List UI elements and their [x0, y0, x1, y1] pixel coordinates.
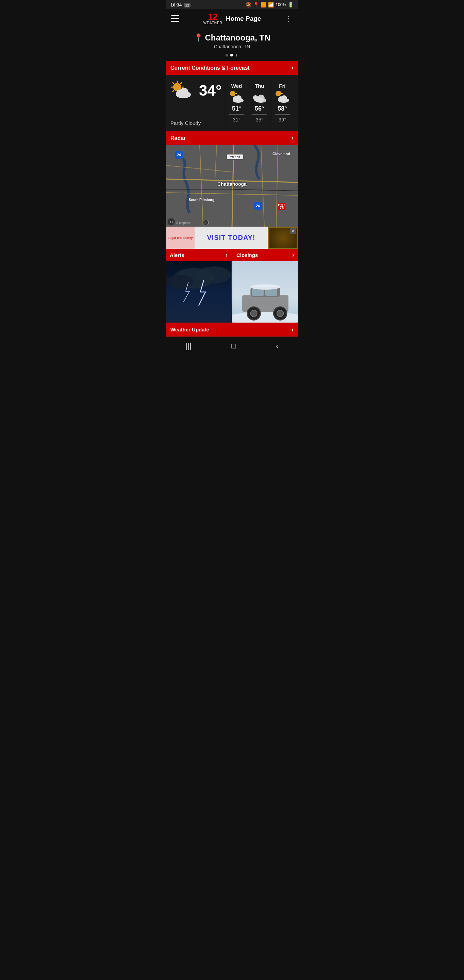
ad-middle-text: VISIT TODAY! — [195, 234, 268, 242]
forecast-day-wed: Wed 51° 31° — [225, 80, 248, 126]
svg-point-62 — [197, 266, 231, 283]
nav-page-title: Home Page — [226, 15, 261, 22]
temp-high-2: 58° — [278, 105, 287, 112]
logo-number: 12 — [208, 12, 218, 21]
svg-line-26 — [281, 91, 281, 91]
location-dots: + — [169, 52, 295, 58]
location-city: Chattanooga, TN — [205, 33, 270, 43]
svg-point-73 — [277, 310, 283, 317]
svg-text:24: 24 — [177, 153, 181, 157]
battery-icon: 🔋 — [288, 2, 294, 8]
svg-line-7 — [173, 91, 174, 92]
day-label-2: Fri — [279, 83, 285, 89]
temp-low-0: 31° — [233, 117, 240, 123]
forecast-day-fri: Fri 58° 39° — [271, 80, 294, 126]
alerts-image[interactable] — [166, 261, 232, 323]
alerts-label: Alerts — [170, 252, 184, 258]
nav-back-button[interactable]: ‹ — [269, 340, 285, 352]
status-time: 10:34 22 — [170, 2, 191, 8]
radar-section-header[interactable]: Radar › — [166, 131, 298, 145]
weather-update-label: Weather Update — [170, 327, 209, 332]
closings-header[interactable]: Closings › — [232, 249, 298, 261]
closings-image[interactable] — [232, 261, 298, 323]
current-temp: 34° — [199, 82, 222, 99]
radar-chevron-icon: › — [292, 134, 294, 142]
ad-left-text: Sugar B's Bakery — [166, 235, 194, 241]
notification-badge: 22 — [184, 3, 191, 8]
weather-icon-temp: 34° — [170, 80, 225, 101]
svg-point-74 — [250, 285, 280, 290]
back-chevron-icon: ‹ — [276, 342, 278, 350]
snow-car-background — [232, 261, 298, 323]
nav-home-button[interactable]: □ — [224, 340, 243, 352]
svg-point-11 — [180, 88, 189, 97]
current-weather: 34° Partly Cloudy — [170, 80, 225, 126]
radar-map[interactable]: 24 TN 153 Chattanooga Cleveland South Pi… — [166, 145, 298, 227]
add-location-button[interactable]: + — [235, 52, 238, 58]
location-section: 📍 Chattanooga, TN Chattanooga, TN + — [166, 28, 298, 61]
svg-text:Cleveland: Cleveland — [272, 152, 290, 156]
weather-update-chevron-icon: › — [292, 326, 294, 333]
svg-text:Chattanooga: Chattanooga — [218, 181, 246, 187]
forecast-icon-wed — [229, 91, 244, 103]
weather-card: 34° Partly Cloudy Wed 5 — [166, 75, 298, 131]
signal-icon: 📶 — [268, 2, 274, 8]
svg-line-5 — [173, 83, 174, 84]
svg-point-30 — [281, 95, 287, 102]
forecast-icon-thu — [252, 91, 267, 103]
forecast-chevron-icon: › — [292, 64, 294, 72]
temp-high-1: 56° — [255, 105, 264, 112]
radar-header-label: Radar — [170, 135, 186, 141]
svg-point-23 — [254, 97, 264, 102]
svg-point-18 — [235, 95, 242, 102]
svg-text:i: i — [205, 221, 206, 224]
lightning-background — [166, 261, 232, 323]
svg-line-6 — [181, 83, 182, 84]
temp-low-2: 39° — [279, 117, 286, 123]
battery-text: 100% — [275, 2, 286, 7]
svg-point-24 — [275, 91, 281, 96]
status-icons: 🔕 📍 📶 📶 100% 🔋 — [246, 2, 294, 8]
dot-2[interactable] — [230, 54, 233, 56]
closings-chevron-icon: › — [292, 251, 294, 259]
nav-menu-button[interactable]: ||| — [179, 340, 198, 352]
partly-cloudy-icon — [170, 80, 194, 101]
svg-text:75: 75 — [280, 205, 284, 210]
temp-high-0: 51° — [232, 105, 241, 112]
svg-point-65 — [232, 312, 298, 323]
temp-low-1: 35° — [256, 117, 263, 123]
wifi-icon: 📶 — [261, 2, 266, 8]
svg-text:TN 153: TN 153 — [230, 156, 240, 159]
svg-point-63 — [166, 275, 194, 288]
alerts-header[interactable]: Alerts › — [166, 249, 232, 261]
day-label-1: Thu — [255, 83, 264, 89]
mute-icon: 🔕 — [246, 2, 251, 8]
ad-banner: Sugar B's Bakery VISIT TODAY! ✕ — [166, 227, 298, 249]
overflow-menu-button[interactable]: ⋮ — [285, 14, 293, 23]
current-condition: Partly Cloudy — [170, 120, 225, 126]
ad-close-button[interactable]: ✕ — [290, 228, 296, 234]
menu-lines-icon: ||| — [186, 342, 192, 350]
top-nav: 12 WEATHER Home Page ⋮ — [166, 9, 298, 28]
location-subtitle: Chattanooga, TN — [169, 44, 295, 49]
alerts-chevron-icon: › — [226, 251, 227, 259]
forecast-columns: Wed 51° 31° Thu — [225, 80, 294, 126]
dot-1[interactable] — [226, 54, 228, 56]
bottom-nav: ||| □ ‹ — [166, 337, 298, 356]
svg-text:© mapbox: © mapbox — [176, 221, 190, 224]
svg-point-12 — [230, 91, 235, 96]
forecast-section-header[interactable]: Current Conditions & Forecast › — [166, 61, 298, 75]
forecast-icon-fri — [275, 91, 290, 103]
logo-wrap: 12 WEATHER — [203, 12, 222, 25]
home-square-icon: □ — [231, 342, 236, 350]
weather-update-header[interactable]: Weather Update › — [166, 323, 298, 337]
forecast-day-thu: Thu 56° 35° — [248, 80, 271, 126]
alerts-closings-grid: Alerts › — [166, 249, 298, 323]
hamburger-menu[interactable] — [171, 15, 179, 22]
ad-left-image: Sugar B's Bakery — [166, 227, 195, 249]
svg-text:South Pittsburg: South Pittsburg — [189, 198, 214, 202]
closings-column: Closings › — [232, 249, 298, 323]
forecast-header-label: Current Conditions & Forecast — [170, 65, 250, 71]
svg-text:⊙: ⊙ — [170, 220, 173, 224]
location-icon: 📍 — [253, 2, 259, 8]
